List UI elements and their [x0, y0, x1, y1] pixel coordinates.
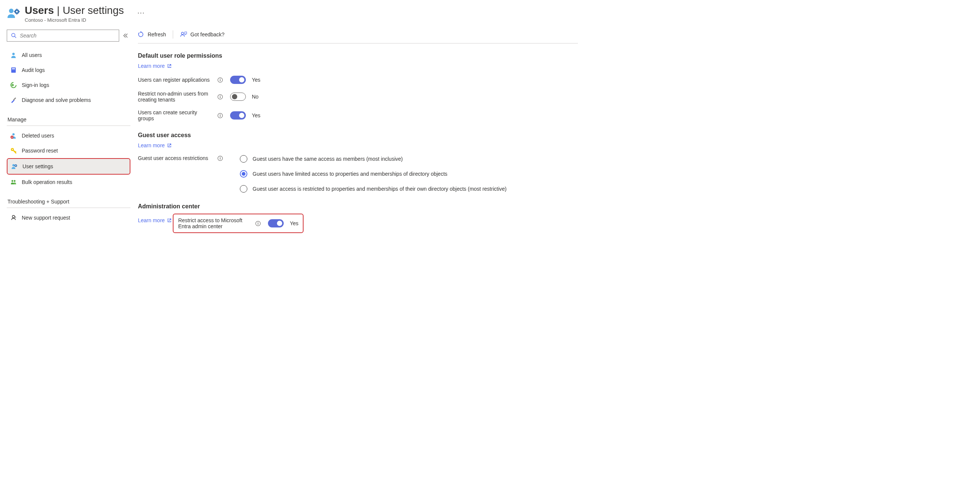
person-icon	[10, 51, 17, 59]
svg-point-13	[13, 134, 14, 136]
sidebar-item-password-reset[interactable]: Password reset	[7, 143, 130, 158]
sidebar-item-bulk-results[interactable]: Bulk operation results	[7, 175, 130, 189]
toggle-state: Yes	[290, 220, 298, 226]
section-default-permissions: Default user role permissions Learn more…	[138, 53, 578, 121]
learn-more-link[interactable]: Learn more	[138, 217, 172, 223]
sidebar-item-label: Password reset	[22, 148, 58, 154]
radio-option-inclusive[interactable]: Guest users have the same access as memb…	[240, 155, 507, 162]
section-title: Guest user access	[138, 132, 578, 138]
section-title: Default user role permissions	[138, 53, 578, 59]
sidebar-item-new-support[interactable]: New support request	[7, 210, 130, 225]
people-group-icon	[10, 178, 17, 186]
sidebar-item-label: Deleted users	[22, 133, 54, 138]
search-icon	[11, 33, 17, 38]
toggle-create-groups[interactable]	[230, 111, 246, 119]
toggle-state: Yes	[252, 112, 261, 118]
setting-register-apps: Users can register applications Yes	[138, 76, 578, 84]
collapse-sidebar-button[interactable]	[123, 33, 130, 38]
sidebar-item-label: Sign-in logs	[22, 82, 49, 88]
users-gear-small-icon	[11, 162, 18, 170]
setting-restrict-admin-center-highlight: Restrict access to Microsoft Entra admin…	[173, 213, 304, 233]
external-link-icon	[167, 218, 172, 223]
refresh-button[interactable]: Refresh	[138, 31, 166, 38]
svg-rect-30	[220, 96, 220, 98]
sidebar-section-manage: Manage	[7, 111, 130, 126]
command-bar: Refresh Got feedback?	[138, 30, 578, 43]
radio-button[interactable]	[240, 185, 247, 193]
radio-label: Guest users have the same access as memb…	[253, 156, 403, 162]
svg-rect-33	[220, 115, 220, 117]
setting-label: Users can create security groups	[138, 110, 214, 121]
info-icon[interactable]	[217, 113, 224, 118]
radio-option-limited[interactable]: Guest users have limited access to prope…	[240, 170, 507, 178]
svg-point-29	[220, 95, 221, 96]
svg-point-18	[13, 164, 14, 166]
sidebar-item-label: Bulk operation results	[22, 179, 72, 185]
setting-create-groups: Users can create security groups Yes	[138, 110, 578, 121]
svg-point-7	[12, 33, 15, 37]
refresh-label: Refresh	[148, 32, 166, 37]
svg-point-23	[13, 215, 14, 218]
svg-point-32	[220, 114, 221, 115]
search-input[interactable]	[20, 33, 115, 38]
search-box[interactable]	[7, 30, 119, 41]
feedback-button[interactable]: Got feedback?	[180, 31, 224, 38]
svg-point-17	[12, 149, 13, 150]
learn-more-link[interactable]: Learn more	[138, 63, 172, 69]
svg-rect-39	[258, 223, 258, 225]
svg-point-38	[258, 222, 259, 223]
feedback-label: Got feedback?	[190, 32, 224, 37]
sidebar: All users Audit logs Sign-in logs Diagno…	[7, 30, 130, 243]
feedback-icon	[180, 31, 188, 38]
radio-option-restrictive[interactable]: Guest user access is restricted to prope…	[240, 185, 507, 193]
page-title: Users | User settings	[25, 5, 124, 16]
toggle-restrict-tenants[interactable]	[230, 92, 246, 101]
section-title: Administration center	[138, 203, 578, 210]
tools-icon	[10, 96, 17, 104]
sidebar-item-all-users[interactable]: All users	[7, 48, 130, 62]
toggle-register-apps[interactable]	[230, 76, 246, 84]
svg-point-20	[15, 165, 16, 166]
learn-more-link[interactable]: Learn more	[138, 142, 172, 148]
page-header: Users | User settings Contoso - Microsof…	[7, 5, 578, 23]
sidebar-item-deleted-users[interactable]: Deleted users	[7, 128, 130, 143]
sidebar-item-diagnose[interactable]: Diagnose and solve problems	[7, 92, 130, 108]
sidebar-item-label: User settings	[22, 163, 53, 169]
users-gear-icon	[7, 7, 20, 20]
info-icon[interactable]	[255, 221, 262, 226]
info-icon[interactable]	[217, 77, 224, 83]
radio-button[interactable]	[240, 170, 247, 178]
main-content: Refresh Got feedback? Default user role …	[138, 30, 578, 243]
sidebar-item-label: New support request	[22, 215, 70, 221]
section-guest-access: Guest user access Learn more Guest user …	[138, 132, 578, 193]
sidebar-item-label: Diagnose and solve problems	[22, 97, 91, 103]
refresh-icon	[138, 31, 145, 38]
setting-label: Restrict non-admin users from creating t…	[138, 91, 214, 103]
svg-line-8	[14, 37, 16, 38]
svg-point-22	[14, 180, 16, 182]
info-icon[interactable]	[217, 94, 224, 100]
support-icon	[10, 214, 17, 221]
more-menu-button[interactable]: ···	[138, 8, 145, 17]
radio-button[interactable]	[240, 155, 247, 162]
setting-guest-restrictions: Guest user access restrictions Guest use…	[138, 155, 578, 193]
svg-point-0	[9, 9, 13, 13]
command-divider	[173, 30, 173, 38]
external-link-icon	[167, 64, 172, 68]
toggle-state: No	[252, 94, 259, 100]
svg-point-26	[220, 78, 221, 79]
signin-icon	[10, 81, 17, 89]
toggle-restrict-admin-center[interactable]	[268, 219, 284, 228]
external-link-icon	[167, 143, 172, 148]
sidebar-item-user-settings[interactable]: User settings	[7, 158, 130, 175]
radio-label: Guest users have limited access to prope…	[253, 171, 447, 177]
svg-point-35	[220, 157, 221, 158]
key-icon	[10, 147, 17, 154]
sidebar-item-audit-logs[interactable]: Audit logs	[7, 62, 130, 78]
info-icon[interactable]	[217, 156, 224, 161]
sidebar-item-signin-logs[interactable]: Sign-in logs	[7, 78, 130, 92]
svg-point-21	[12, 180, 13, 182]
setting-label: Restrict access to Microsoft Entra admin…	[178, 217, 252, 229]
svg-rect-11	[12, 68, 15, 69]
svg-rect-27	[220, 80, 220, 81]
